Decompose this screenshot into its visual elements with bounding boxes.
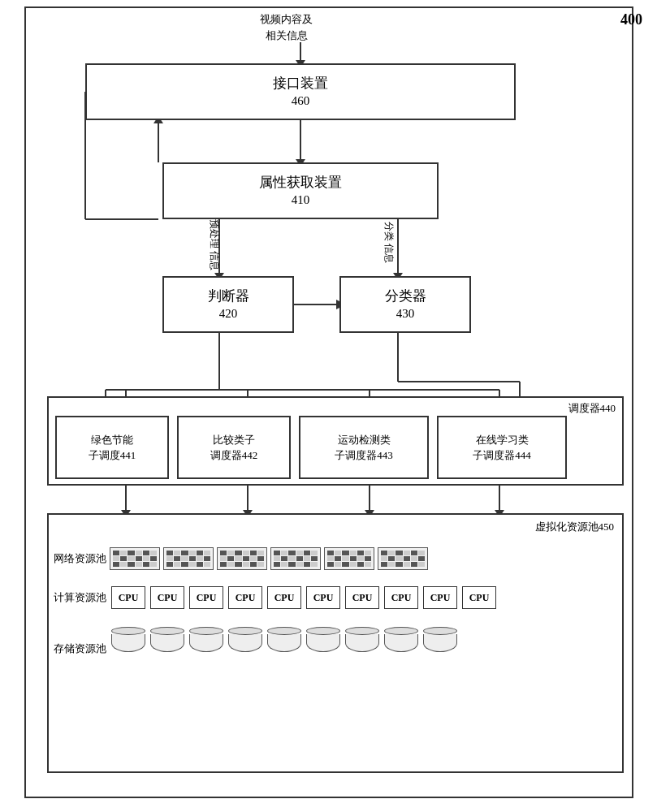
judge-id: 420 xyxy=(219,305,238,322)
interface-title: 接口装置 xyxy=(273,74,328,93)
classifier-box: 分类器 430 xyxy=(339,276,471,333)
attr-id: 410 xyxy=(292,192,310,209)
sub-scheduler-2: 比较类子调度器442 xyxy=(177,416,291,479)
net-block-4 xyxy=(270,547,321,570)
storage-cyl-3 xyxy=(189,627,223,656)
storage-cyl-2 xyxy=(150,627,184,656)
storage-cyl-9 xyxy=(423,627,457,656)
compute-label: 计算资源池 xyxy=(54,590,106,605)
network-resource-row: 网络资源池 xyxy=(49,544,622,573)
cpu-box-2: CPU xyxy=(150,586,184,609)
judge-title: 判断器 xyxy=(208,287,249,306)
storage-resource-row: 存储资源池 xyxy=(49,624,622,659)
attr-box: 属性获取装置 410 xyxy=(162,162,439,219)
top-label: 视频内容及 相关信息 xyxy=(260,11,313,43)
net-block-2 xyxy=(163,547,214,570)
diagram-label: 400 xyxy=(620,11,642,28)
storage-cyl-4 xyxy=(228,627,262,656)
interface-box: 接口装置 460 xyxy=(85,63,516,120)
storage-cyl-7 xyxy=(345,627,379,656)
storage-cyl-6 xyxy=(306,627,340,656)
cpu-box-4: CPU xyxy=(228,586,262,609)
classify-label: 分类 信息 xyxy=(382,222,395,263)
net-block-6 xyxy=(378,547,428,570)
cpu-box-5: CPU xyxy=(267,586,301,609)
resource-pool-box: 虚拟化资源池450 网络资源池 xyxy=(47,513,624,773)
classifier-title: 分类器 xyxy=(385,287,426,306)
cpu-box-7: CPU xyxy=(345,586,379,609)
storage-label: 存储资源池 xyxy=(54,641,106,656)
preprocess-label: 预处理 信息 xyxy=(207,219,221,270)
cpu-box-8: CPU xyxy=(384,586,418,609)
judge-box: 判断器 420 xyxy=(162,276,294,333)
storage-cyl-1 xyxy=(111,627,145,656)
sub-scheduler-4: 在线学习类子调度器444 xyxy=(437,416,567,479)
storage-cyl-8 xyxy=(384,627,418,656)
sub-scheduler-3: 运动检测类子调度器443 xyxy=(299,416,429,479)
classifier-id: 430 xyxy=(396,305,415,322)
resource-pool-label: 虚拟化资源池450 xyxy=(535,520,615,534)
net-block-1 xyxy=(110,547,160,570)
cpu-box-3: CPU xyxy=(189,586,223,609)
attr-title: 属性获取装置 xyxy=(259,173,342,192)
diagram-container: 400 视频内容及 相关信息 xyxy=(0,0,657,812)
network-label: 网络资源池 xyxy=(54,551,106,566)
sub-scheduler-1: 绿色节能子调度441 xyxy=(55,416,169,479)
cpu-box-1: CPU xyxy=(111,586,145,609)
compute-resource-row: 计算资源池 CPU CPU CPU CPU CPU CPU CPU CPU CP… xyxy=(49,583,622,612)
cpu-box-9: CPU xyxy=(423,586,457,609)
net-block-5 xyxy=(324,547,374,570)
interface-id: 460 xyxy=(292,93,310,110)
net-block-3 xyxy=(217,547,267,570)
scheduler-outer: 调度器440 绿色节能子调度441 比较类子调度器442 运动检测类子调度器44… xyxy=(47,396,624,486)
cpu-box-6: CPU xyxy=(306,586,340,609)
storage-cyl-5 xyxy=(267,627,301,656)
cpu-box-10: CPU xyxy=(462,586,496,609)
scheduler-label: 调度器440 xyxy=(568,401,616,416)
